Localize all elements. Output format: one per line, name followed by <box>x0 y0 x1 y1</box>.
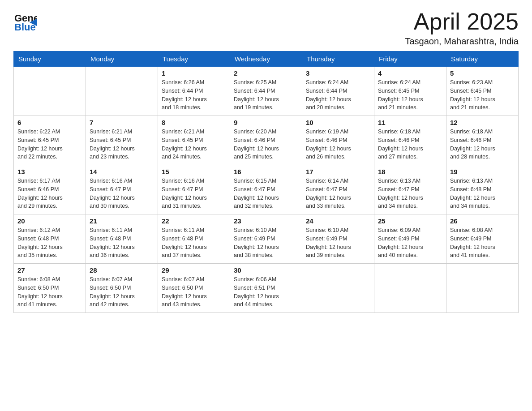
day-number: 29 <box>162 266 226 274</box>
calendar-cell: 23Sunrise: 6:10 AM Sunset: 6:49 PM Dayli… <box>230 214 302 264</box>
calendar-cell <box>86 67 158 116</box>
calendar-cell <box>374 264 446 313</box>
calendar-header: SundayMondayTuesdayWednesdayThursdayFrid… <box>14 51 519 67</box>
calendar-cell: 10Sunrise: 6:19 AM Sunset: 6:46 PM Dayli… <box>302 116 374 165</box>
day-info: Sunrise: 6:15 AM Sunset: 6:47 PM Dayligh… <box>234 177 298 210</box>
day-number: 20 <box>17 217 82 225</box>
calendar-cell: 7Sunrise: 6:21 AM Sunset: 6:45 PM Daylig… <box>86 116 158 165</box>
day-info: Sunrise: 6:12 AM Sunset: 6:48 PM Dayligh… <box>17 226 82 260</box>
calendar-week-5: 27Sunrise: 6:08 AM Sunset: 6:50 PM Dayli… <box>14 264 519 313</box>
day-info: Sunrise: 6:11 AM Sunset: 6:48 PM Dayligh… <box>162 226 226 260</box>
calendar-cell: 21Sunrise: 6:11 AM Sunset: 6:48 PM Dayli… <box>86 214 158 264</box>
day-info: Sunrise: 6:09 AM Sunset: 6:49 PM Dayligh… <box>378 226 442 260</box>
day-info: Sunrise: 6:17 AM Sunset: 6:46 PM Dayligh… <box>17 177 82 210</box>
day-of-week-friday: Friday <box>374 51 446 67</box>
day-info: Sunrise: 6:06 AM Sunset: 6:51 PM Dayligh… <box>234 275 298 309</box>
day-info: Sunrise: 6:21 AM Sunset: 6:45 PM Dayligh… <box>162 128 226 161</box>
logo-image: General Blue <box>13 9 37 34</box>
calendar-cell: 20Sunrise: 6:12 AM Sunset: 6:48 PM Dayli… <box>14 214 86 264</box>
day-info: Sunrise: 6:24 AM Sunset: 6:45 PM Dayligh… <box>378 78 442 112</box>
day-info: Sunrise: 6:13 AM Sunset: 6:48 PM Dayligh… <box>450 177 515 210</box>
day-of-week-monday: Monday <box>86 51 158 67</box>
day-number: 16 <box>234 168 298 176</box>
day-of-week-wednesday: Wednesday <box>230 51 302 67</box>
day-info: Sunrise: 6:16 AM Sunset: 6:47 PM Dayligh… <box>162 177 226 210</box>
calendar-cell: 5Sunrise: 6:23 AM Sunset: 6:45 PM Daylig… <box>446 67 519 116</box>
day-number: 15 <box>162 168 226 176</box>
day-number: 11 <box>378 119 442 126</box>
calendar-cell: 8Sunrise: 6:21 AM Sunset: 6:45 PM Daylig… <box>158 116 230 165</box>
days-of-week-row: SundayMondayTuesdayWednesdayThursdayFrid… <box>14 51 519 67</box>
day-info: Sunrise: 6:22 AM Sunset: 6:45 PM Dayligh… <box>17 128 82 161</box>
day-info: Sunrise: 6:10 AM Sunset: 6:49 PM Dayligh… <box>234 226 298 260</box>
day-info: Sunrise: 6:10 AM Sunset: 6:49 PM Dayligh… <box>306 226 370 260</box>
day-of-week-sunday: Sunday <box>14 51 86 67</box>
day-number: 1 <box>162 69 226 77</box>
day-number: 7 <box>90 119 154 126</box>
calendar-cell: 22Sunrise: 6:11 AM Sunset: 6:48 PM Dayli… <box>158 214 230 264</box>
day-info: Sunrise: 6:11 AM Sunset: 6:48 PM Dayligh… <box>90 226 154 260</box>
day-number: 10 <box>306 119 370 126</box>
calendar-cell: 12Sunrise: 6:18 AM Sunset: 6:46 PM Dayli… <box>446 116 519 165</box>
day-number: 19 <box>450 168 515 176</box>
calendar-body: 1Sunrise: 6:26 AM Sunset: 6:44 PM Daylig… <box>14 67 519 313</box>
day-info: Sunrise: 6:13 AM Sunset: 6:47 PM Dayligh… <box>378 177 442 210</box>
day-of-week-saturday: Saturday <box>446 51 519 67</box>
day-number: 12 <box>450 119 515 126</box>
day-info: Sunrise: 6:18 AM Sunset: 6:46 PM Dayligh… <box>378 128 442 161</box>
day-info: Sunrise: 6:26 AM Sunset: 6:44 PM Dayligh… <box>162 78 226 112</box>
calendar-cell: 26Sunrise: 6:08 AM Sunset: 6:49 PM Dayli… <box>446 214 519 264</box>
day-of-week-thursday: Thursday <box>302 51 374 67</box>
day-number: 5 <box>450 69 515 77</box>
calendar-cell: 1Sunrise: 6:26 AM Sunset: 6:44 PM Daylig… <box>158 67 230 116</box>
day-info: Sunrise: 6:24 AM Sunset: 6:44 PM Dayligh… <box>306 78 370 112</box>
month-title: April 2025 <box>405 9 519 34</box>
calendar-cell: 14Sunrise: 6:16 AM Sunset: 6:47 PM Dayli… <box>86 165 158 214</box>
day-number: 22 <box>162 217 226 225</box>
calendar-cell: 4Sunrise: 6:24 AM Sunset: 6:45 PM Daylig… <box>374 67 446 116</box>
day-info: Sunrise: 6:19 AM Sunset: 6:46 PM Dayligh… <box>306 128 370 161</box>
day-number: 2 <box>234 69 298 77</box>
calendar-week-4: 20Sunrise: 6:12 AM Sunset: 6:48 PM Dayli… <box>14 214 519 264</box>
day-info: Sunrise: 6:21 AM Sunset: 6:45 PM Dayligh… <box>90 128 154 161</box>
day-info: Sunrise: 6:25 AM Sunset: 6:44 PM Dayligh… <box>234 78 298 112</box>
day-info: Sunrise: 6:20 AM Sunset: 6:46 PM Dayligh… <box>234 128 298 161</box>
calendar-cell: 17Sunrise: 6:14 AM Sunset: 6:47 PM Dayli… <box>302 165 374 214</box>
day-of-week-tuesday: Tuesday <box>158 51 230 67</box>
calendar-cell: 19Sunrise: 6:13 AM Sunset: 6:48 PM Dayli… <box>446 165 519 214</box>
day-number: 9 <box>234 119 298 126</box>
calendar-cell: 2Sunrise: 6:25 AM Sunset: 6:44 PM Daylig… <box>230 67 302 116</box>
day-number: 13 <box>17 168 82 176</box>
day-number: 30 <box>234 266 298 274</box>
logo: General Blue <box>13 9 37 34</box>
day-number: 21 <box>90 217 154 225</box>
day-number: 24 <box>306 217 370 225</box>
calendar-cell: 16Sunrise: 6:15 AM Sunset: 6:47 PM Dayli… <box>230 165 302 214</box>
day-number: 3 <box>306 69 370 77</box>
calendar-table: SundayMondayTuesdayWednesdayThursdayFrid… <box>13 51 519 313</box>
calendar-cell: 30Sunrise: 6:06 AM Sunset: 6:51 PM Dayli… <box>230 264 302 313</box>
day-info: Sunrise: 6:23 AM Sunset: 6:45 PM Dayligh… <box>450 78 515 112</box>
day-number: 6 <box>17 119 82 126</box>
day-number: 18 <box>378 168 442 176</box>
calendar-cell: 11Sunrise: 6:18 AM Sunset: 6:46 PM Dayli… <box>374 116 446 165</box>
calendar-cell: 27Sunrise: 6:08 AM Sunset: 6:50 PM Dayli… <box>14 264 86 313</box>
day-number: 8 <box>162 119 226 126</box>
day-info: Sunrise: 6:08 AM Sunset: 6:49 PM Dayligh… <box>450 226 515 260</box>
day-info: Sunrise: 6:18 AM Sunset: 6:46 PM Dayligh… <box>450 128 515 161</box>
calendar-cell: 18Sunrise: 6:13 AM Sunset: 6:47 PM Dayli… <box>374 165 446 214</box>
day-info: Sunrise: 6:07 AM Sunset: 6:50 PM Dayligh… <box>90 275 154 309</box>
calendar-week-1: 1Sunrise: 6:26 AM Sunset: 6:44 PM Daylig… <box>14 67 519 116</box>
day-number: 28 <box>90 266 154 274</box>
calendar-cell <box>446 264 519 313</box>
calendar-cell: 25Sunrise: 6:09 AM Sunset: 6:49 PM Dayli… <box>374 214 446 264</box>
day-info: Sunrise: 6:08 AM Sunset: 6:50 PM Dayligh… <box>17 275 82 309</box>
day-number: 4 <box>378 69 442 77</box>
day-number: 14 <box>90 168 154 176</box>
calendar-cell: 6Sunrise: 6:22 AM Sunset: 6:45 PM Daylig… <box>14 116 86 165</box>
calendar-cell: 15Sunrise: 6:16 AM Sunset: 6:47 PM Dayli… <box>158 165 230 214</box>
title-block: April 2025 Tasgaon, Maharashtra, India <box>405 9 519 47</box>
svg-text:Blue: Blue <box>14 21 36 32</box>
day-info: Sunrise: 6:07 AM Sunset: 6:50 PM Dayligh… <box>162 275 226 309</box>
day-number: 17 <box>306 168 370 176</box>
